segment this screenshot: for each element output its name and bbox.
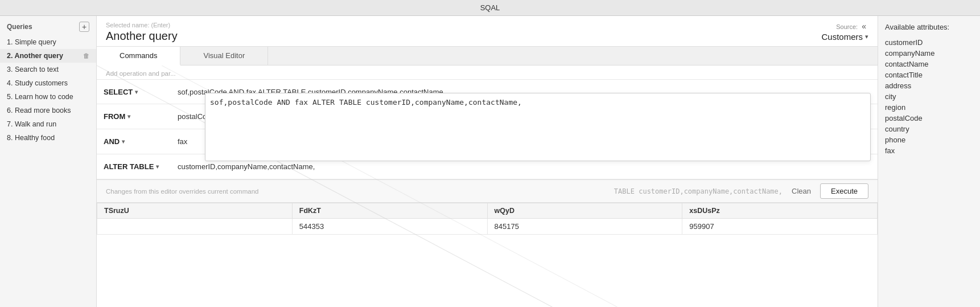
right-panel: Available attributes: customerIDcompanyN… (878, 16, 980, 307)
sidebar-item-0[interactable]: 1. Simple query (0, 35, 96, 49)
right-panel-title: Available attributes: (885, 23, 973, 31)
chevron-down-icon: ▾ (135, 89, 138, 95)
sidebar-item-5[interactable]: 6. Read more books (0, 104, 96, 117)
keyword-0[interactable]: SELECT ▾ (104, 88, 178, 96)
bottom-toolbar: Changes from this editor overrides curre… (97, 179, 878, 202)
query-name-section: Selected name: (Enter) Another query (106, 22, 178, 43)
source-label: Source: « (836, 22, 868, 31)
app-title-bar: SQAL (0, 0, 980, 16)
delete-icon[interactable]: 🗑 (83, 52, 89, 59)
col-header: wQyD (487, 203, 682, 219)
changes-note: Changes from this editor overrides curre… (106, 188, 258, 195)
keyword-3[interactable]: ALTER TABLE ▾ (104, 162, 178, 171)
collapse-button[interactable]: « (859, 22, 868, 31)
source-dropdown: Customers ▾ (821, 32, 868, 42)
sidebar-item-1[interactable]: 2. Another query🗑 (0, 49, 96, 63)
sidebar-items: 1. Simple query2. Another query🗑3. Searc… (0, 35, 96, 145)
query-name-title: Another query (106, 30, 178, 43)
keyword-label-0: SELECT (104, 88, 133, 96)
toolbar-actions: TABLE customerID,companyName,contactName… (614, 183, 868, 199)
attribute-item[interactable]: region (885, 102, 973, 113)
clean-button[interactable]: Clean (787, 185, 816, 198)
keyword-1[interactable]: FROM ▾ (104, 112, 178, 121)
sidebar: Queries + 1. Simple query2. Another quer… (0, 16, 97, 307)
sidebar-header: Queries + (0, 16, 96, 35)
chevron-down-icon: ▾ (156, 163, 159, 170)
table-row: 544353845175959907 (97, 219, 878, 235)
sidebar-item-label: 4. Study customers (7, 79, 68, 87)
sidebar-item-7[interactable]: 8. Healthy food (0, 131, 96, 145)
query-textarea[interactable] (205, 93, 871, 161)
source-section: Source: « Customers ▾ (821, 22, 868, 42)
add-query-button[interactable]: + (79, 22, 89, 32)
keyword-label-3: ALTER TABLE (104, 162, 154, 171)
col-header: FdKzT (292, 203, 487, 219)
execute-button[interactable]: Execute (820, 183, 868, 199)
keyword-label-1: FROM (104, 112, 125, 121)
col-header: xsDUsPz (682, 203, 878, 219)
sidebar-item-label: 2. Another query (7, 52, 63, 60)
col-header: TSruzU (97, 203, 293, 219)
attribute-item[interactable]: contactName (885, 59, 973, 69)
row-value-3: customerID,companyName,contactName, (178, 160, 871, 173)
table-cell: 959907 (682, 219, 878, 235)
editor-area: Add operation and par... SELECT ▾ sof,po… (97, 66, 878, 307)
attribute-item[interactable]: phone (885, 134, 973, 145)
source-value[interactable]: Customers ▾ (821, 32, 868, 42)
table-cell (97, 219, 293, 235)
source-chevron-icon: ▾ (865, 33, 868, 40)
app-title: SQAL (480, 3, 500, 12)
sidebar-item-6[interactable]: 7. Walk and run (0, 117, 96, 131)
sidebar-title: Queries (7, 23, 32, 31)
chevron-down-icon: ▾ (127, 113, 130, 120)
tabs-bar: Commands Visual Editor (97, 47, 878, 66)
attribute-item[interactable]: companyName (885, 48, 973, 59)
attribute-item[interactable]: customerID (885, 37, 973, 48)
attribute-item[interactable]: country (885, 124, 973, 134)
sidebar-item-3[interactable]: 4. Study customers (0, 76, 96, 90)
tab-commands[interactable]: Commands (97, 47, 180, 66)
preview-text: TABLE customerID,companyName,contactName… (614, 187, 783, 195)
attribute-item[interactable]: postalCode (885, 113, 973, 124)
sidebar-item-label: 6. Read more books (7, 107, 71, 114)
table-cell: 544353 (292, 219, 487, 235)
content-area: Selected name: (Enter) Another query Sou… (97, 16, 878, 307)
results-tbody: 544353845175959907 (97, 219, 878, 235)
enter-hint: (Enter) (151, 22, 171, 28)
chevron-down-icon: ▾ (122, 138, 125, 145)
attribute-item[interactable]: city (885, 91, 973, 102)
sidebar-item-label: 8. Healthy food (7, 134, 55, 142)
attribute-item[interactable]: fax (885, 145, 973, 156)
attribute-item[interactable]: contactTitle (885, 69, 973, 80)
sidebar-item-4[interactable]: 5. Learn how to code (0, 90, 96, 104)
results-area: TSruzUFdKzTwQyDxsDUsPz 54435384517595990… (97, 202, 878, 235)
keyword-label-2: AND (104, 137, 120, 146)
query-header: Selected name: (Enter) Another query Sou… (97, 16, 878, 47)
keyword-2[interactable]: AND ▾ (104, 137, 178, 146)
add-op-hint: Add operation and par... (97, 66, 878, 79)
attribute-item[interactable]: address (885, 80, 973, 91)
sidebar-item-label: 1. Simple query (7, 38, 56, 46)
attributes-container: customerIDcompanyNamecontactNamecontactT… (885, 37, 973, 156)
table-cell: 845175 (487, 219, 682, 235)
sidebar-item-label: 5. Learn how to code (7, 93, 73, 101)
tab-visual-editor[interactable]: Visual Editor (180, 47, 268, 65)
results-table: TSruzUFdKzTwQyDxsDUsPz 54435384517595990… (97, 203, 878, 235)
sidebar-item-label: 3. Search to text (7, 66, 59, 73)
sidebar-item-label: 7. Walk and run (7, 120, 56, 128)
sidebar-item-2[interactable]: 3. Search to text (0, 63, 96, 76)
selected-name-label: Selected name: (Enter) (106, 22, 178, 28)
results-thead: TSruzUFdKzTwQyDxsDUsPz (97, 203, 878, 219)
